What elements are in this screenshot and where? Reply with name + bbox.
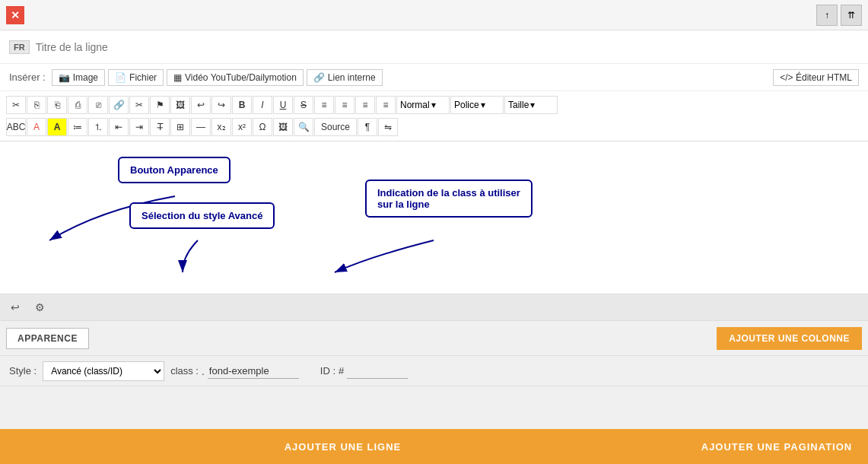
insert-fichier-button[interactable]: 📄 Fichier <box>108 69 164 86</box>
id-label: ID : <box>320 365 335 377</box>
image-icon: 📷 <box>59 72 70 83</box>
numbered-list-button[interactable]: ⒈ <box>88 118 108 136</box>
add-column-button[interactable]: AJOUTER UNE COLONNE <box>717 327 862 350</box>
file-icon: 📄 <box>115 72 126 83</box>
font-color-button[interactable]: A <box>27 118 46 136</box>
add-line-button[interactable]: AJOUTER UNE LIGNE <box>0 429 685 464</box>
dropdown-arrow-icon: ▾ <box>431 100 436 110</box>
bottom-toolbar: ↩ ⚙ <box>0 294 868 321</box>
paste-text-button[interactable]: ⎙ <box>68 96 87 114</box>
table-button[interactable]: ⊞ <box>170 118 190 136</box>
scroll-up-button[interactable]: ↑ <box>816 5 838 26</box>
find-button[interactable]: 🔍 <box>294 118 313 136</box>
superscript-button[interactable]: x² <box>232 118 252 136</box>
top-bar: ✕ ↑ ⇈ <box>0 0 868 30</box>
insert-video-button[interactable]: ▦ Vidéo YouTube/Dailymotion <box>167 69 304 86</box>
style-label-text: Style : <box>9 365 37 377</box>
link-button[interactable]: 🔗 <box>109 96 129 114</box>
police-arrow-icon: ▾ <box>481 100 485 110</box>
clear-format-button[interactable]: T̶ <box>150 118 170 136</box>
cut-button[interactable]: ✂ <box>6 96 26 114</box>
style-select[interactable]: Avancé (class/ID) Normal <box>43 361 164 381</box>
insert-left: Insérer : 📷 Image 📄 Fichier ▦ Vidéo YouT… <box>9 69 383 86</box>
toolbar-row-1: ✂ ⎘ ⎗ ⎙ ⎚ 🔗 ✂ ⚑ 🖼 ↩ ↪ B I U S ≡ ≡ ≡ ≡ No… <box>6 94 862 116</box>
image-button[interactable]: 🖼 <box>170 96 190 114</box>
title-row: FR <box>0 30 868 64</box>
tooltip-selection-style: Sélection du style Avancé <box>129 202 275 229</box>
bold-button[interactable]: B <box>232 96 252 114</box>
toolbar: ✂ ⎘ ⎗ ⎙ ⎚ 🔗 ✂ ⚑ 🖼 ↩ ↪ B I U S ≡ ≡ ≡ ≡ No… <box>0 91 868 141</box>
tooltip-bouton-apparence: Bouton Apparence <box>118 157 231 183</box>
style-row: Style : Avancé (class/ID) Normal class :… <box>0 356 868 386</box>
bullet-list-button[interactable]: ≔ <box>68 118 87 136</box>
class-input[interactable] <box>208 364 299 379</box>
taille-dropdown[interactable]: Taille ▾ <box>504 96 558 114</box>
tooltip-indication-class: Indication de la class à utiliser sur la… <box>365 180 533 218</box>
lang-badge: FR <box>9 40 30 54</box>
video-icon: ▦ <box>173 72 182 83</box>
class-dot: . <box>202 365 205 377</box>
id-field: ID : # <box>320 364 408 379</box>
underline-button[interactable]: U <box>273 96 293 114</box>
insert-image-button[interactable]: 📷 Image <box>52 69 105 86</box>
flag-button[interactable]: ⚑ <box>150 96 170 114</box>
class-field: class : . <box>170 364 299 379</box>
paste-button[interactable]: ⎗ <box>47 96 67 114</box>
copy-button[interactable]: ⎘ <box>27 96 46 114</box>
apparence-button[interactable]: APPARENCE <box>6 328 89 349</box>
embed-button[interactable]: 🖼 <box>273 118 293 136</box>
outdent-button[interactable]: ⇤ <box>109 118 129 136</box>
top-right-icons: ↑ ⇈ <box>816 5 862 26</box>
bottom-buttons: AJOUTER UNE LIGNE AJOUTER UNE PAGINATION <box>0 429 868 464</box>
indent-button[interactable]: ⇥ <box>129 118 149 136</box>
strikethrough-button[interactable]: S <box>294 96 313 114</box>
id-input[interactable] <box>347 364 408 379</box>
hr-button[interactable]: — <box>191 118 211 136</box>
insert-bar: Insérer : 📷 Image 📄 Fichier ▦ Vidéo YouT… <box>0 64 868 91</box>
subscript-button[interactable]: x₂ <box>211 118 231 136</box>
close-button[interactable]: ✕ <box>6 6 24 24</box>
link-icon: 🔗 <box>313 72 325 83</box>
insert-label: Insérer : <box>9 72 46 83</box>
justify-button[interactable]: ≡ <box>376 96 396 114</box>
highlight-button[interactable]: A <box>47 118 67 136</box>
class-label: class : <box>170 365 199 377</box>
spell-check-button[interactable]: ABC <box>6 118 26 136</box>
format-dropdown[interactable]: Normal ▾ <box>396 96 450 114</box>
scroll-top-button[interactable]: ⇈ <box>841 5 862 26</box>
row-controls: APPARENCE AJOUTER UNE COLONNE <box>0 321 868 356</box>
police-dropdown[interactable]: Police ▾ <box>450 96 504 114</box>
align-center-button[interactable]: ≡ <box>335 96 355 114</box>
insert-lien-button[interactable]: 🔗 Lien interne <box>307 69 383 86</box>
title-input[interactable] <box>36 41 859 53</box>
editor-annotation-area: Bouton Apparence Sélection du style Avan… <box>0 141 868 294</box>
show-blocks-button[interactable]: ¶ <box>358 118 377 136</box>
bidi-button[interactable]: ⇋ <box>378 118 398 136</box>
align-left-button[interactable]: ≡ <box>314 96 334 114</box>
gear-small-button[interactable]: ⚙ <box>30 298 49 316</box>
align-right-button[interactable]: ≡ <box>355 96 375 114</box>
paste-word-button[interactable]: ⎚ <box>88 96 108 114</box>
toolbar-row-2: ABC A A ≔ ⒈ ⇤ ⇥ T̶ ⊞ — x₂ x² Ω 🖼 🔍 Sourc… <box>6 116 862 138</box>
undo-small-button[interactable]: ↩ <box>6 298 24 316</box>
redo-button[interactable]: ↪ <box>211 96 231 114</box>
unlink-button[interactable]: ✂ <box>129 96 149 114</box>
undo-button[interactable]: ↩ <box>191 96 211 114</box>
add-pagination-button[interactable]: AJOUTER UNE PAGINATION <box>685 429 868 464</box>
html-editor-button[interactable]: </> Éditeur HTML <box>773 69 859 86</box>
source-button[interactable]: Source <box>314 118 357 136</box>
taille-arrow-icon: ▾ <box>530 100 535 110</box>
italic-button[interactable]: I <box>253 96 272 114</box>
main-wrapper: ✕ ↑ ⇈ FR Insérer : 📷 Image 📄 Fichier ▦ V… <box>0 0 868 464</box>
id-prefix: # <box>339 365 344 377</box>
special-char-button[interactable]: Ω <box>253 118 272 136</box>
